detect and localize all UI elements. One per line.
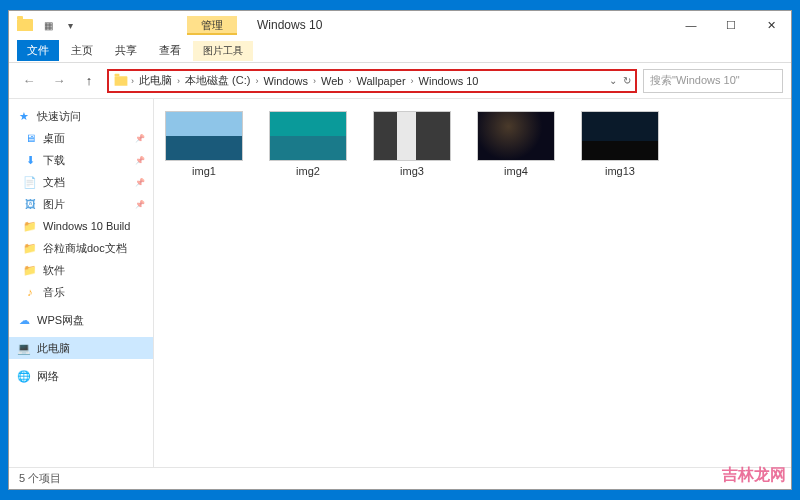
tab-home[interactable]: 主页 xyxy=(61,40,103,61)
chevron-right-icon[interactable]: › xyxy=(346,76,353,86)
item-count: 5 个项目 xyxy=(19,471,61,486)
download-icon: ⬇ xyxy=(23,153,37,167)
file-name: img4 xyxy=(504,165,528,177)
chevron-right-icon[interactable]: › xyxy=(409,76,416,86)
qat-properties-icon[interactable]: ▦ xyxy=(39,16,57,34)
sidebar-item-documents[interactable]: 📄文档 xyxy=(9,171,153,193)
address-dropdown-icon[interactable]: ⌄ xyxy=(609,75,617,86)
chevron-right-icon[interactable]: › xyxy=(253,76,260,86)
sidebar-item-label: 桌面 xyxy=(43,131,65,146)
thumbnail xyxy=(165,111,243,161)
breadcrumb-item[interactable]: 此电脑 xyxy=(136,73,175,88)
file-name: img3 xyxy=(400,165,424,177)
minimize-button[interactable]: — xyxy=(671,11,711,39)
sidebar-item-downloads[interactable]: ⬇下载 xyxy=(9,149,153,171)
sidebar-item-desktop[interactable]: 🖥桌面 xyxy=(9,127,153,149)
folder-icon xyxy=(115,76,128,86)
tab-picture-tools[interactable]: 图片工具 xyxy=(193,41,253,61)
picture-icon: 🖼 xyxy=(23,197,37,211)
app-icon xyxy=(17,19,33,31)
sidebar-item-label: 谷粒商城doc文档 xyxy=(43,241,127,256)
tab-view[interactable]: 查看 xyxy=(149,40,191,61)
ribbon-tabs: 文件 主页 共享 查看 图片工具 xyxy=(9,39,791,63)
titlebar: ▦ ▾ 管理 Windows 10 — ☐ ✕ xyxy=(9,11,791,39)
explorer-window: ▦ ▾ 管理 Windows 10 — ☐ ✕ 文件 主页 共享 查看 图片工具… xyxy=(8,10,792,490)
star-icon: ★ xyxy=(17,109,31,123)
sidebar-item-label: 下载 xyxy=(43,153,65,168)
maximize-button[interactable]: ☐ xyxy=(711,11,751,39)
file-item[interactable]: img1 xyxy=(164,111,244,177)
desktop-icon: 🖥 xyxy=(23,131,37,145)
tab-file[interactable]: 文件 xyxy=(17,40,59,61)
folder-icon: 📁 xyxy=(23,219,37,233)
breadcrumb-item[interactable]: Windows 10 xyxy=(416,75,482,87)
music-icon: ♪ xyxy=(23,285,37,299)
status-bar: 5 个项目 xyxy=(9,467,791,489)
folder-icon: 📁 xyxy=(23,263,37,277)
breadcrumb-item[interactable]: 本地磁盘 (C:) xyxy=(182,73,253,88)
chevron-right-icon[interactable]: › xyxy=(175,76,182,86)
pc-icon: 💻 xyxy=(17,341,31,355)
sidebar-item-folder[interactable]: 📁软件 xyxy=(9,259,153,281)
sidebar-item-wps[interactable]: ☁WPS网盘 xyxy=(9,309,153,331)
address-row: ← → ↑ › 此电脑 › 本地磁盘 (C:) › Windows › Web … xyxy=(9,63,791,99)
window-controls: — ☐ ✕ xyxy=(671,11,791,39)
contextual-tab-manage[interactable]: 管理 xyxy=(187,16,237,35)
chevron-right-icon[interactable]: › xyxy=(129,76,136,86)
body-area: ★快速访问 🖥桌面 ⬇下载 📄文档 🖼图片 📁Windows 10 Build … xyxy=(9,99,791,467)
file-item[interactable]: img3 xyxy=(372,111,452,177)
sidebar-item-label: Windows 10 Build xyxy=(43,220,130,232)
breadcrumb-item[interactable]: Windows xyxy=(260,75,311,87)
navigation-pane: ★快速访问 🖥桌面 ⬇下载 📄文档 🖼图片 📁Windows 10 Build … xyxy=(9,99,154,467)
close-button[interactable]: ✕ xyxy=(751,11,791,39)
sidebar-item-this-pc[interactable]: 💻此电脑 xyxy=(9,337,153,359)
sidebar-item-label: 网络 xyxy=(37,369,59,384)
sidebar-item-folder[interactable]: 📁谷粒商城doc文档 xyxy=(9,237,153,259)
sidebar-item-pictures[interactable]: 🖼图片 xyxy=(9,193,153,215)
tab-share[interactable]: 共享 xyxy=(105,40,147,61)
sidebar-item-quick-access[interactable]: ★快速访问 xyxy=(9,105,153,127)
sidebar-item-label: 快速访问 xyxy=(37,109,81,124)
sidebar-item-label: 此电脑 xyxy=(37,341,70,356)
chevron-right-icon[interactable]: › xyxy=(311,76,318,86)
sidebar-item-label: 图片 xyxy=(43,197,65,212)
back-button[interactable]: ← xyxy=(17,69,41,93)
breadcrumb-item[interactable]: Web xyxy=(318,75,346,87)
file-name: img1 xyxy=(192,165,216,177)
sidebar-item-label: WPS网盘 xyxy=(37,313,84,328)
refresh-icon[interactable]: ↻ xyxy=(623,75,631,86)
folder-icon: 📁 xyxy=(23,241,37,255)
sidebar-item-label: 软件 xyxy=(43,263,65,278)
thumbnail xyxy=(581,111,659,161)
file-name: img2 xyxy=(296,165,320,177)
thumbnail xyxy=(477,111,555,161)
up-button[interactable]: ↑ xyxy=(77,69,101,93)
sidebar-item-folder[interactable]: 📁Windows 10 Build xyxy=(9,215,153,237)
thumbnail xyxy=(269,111,347,161)
network-icon: 🌐 xyxy=(17,369,31,383)
thumbnail xyxy=(373,111,451,161)
forward-button[interactable]: → xyxy=(47,69,71,93)
cloud-icon: ☁ xyxy=(17,313,31,327)
file-item[interactable]: img13 xyxy=(580,111,660,177)
document-icon: 📄 xyxy=(23,175,37,189)
file-list[interactable]: img1 img2 img3 img4 img13 xyxy=(154,99,791,467)
sidebar-item-network[interactable]: 🌐网络 xyxy=(9,365,153,387)
window-title: Windows 10 xyxy=(257,18,322,32)
file-item[interactable]: img4 xyxy=(476,111,556,177)
address-bar[interactable]: › 此电脑 › 本地磁盘 (C:) › Windows › Web › Wall… xyxy=(107,69,637,93)
qat-newfolder-icon[interactable]: ▾ xyxy=(61,16,79,34)
quick-access-toolbar: ▦ ▾ xyxy=(9,16,87,34)
breadcrumb-item[interactable]: Wallpaper xyxy=(353,75,408,87)
sidebar-item-label: 音乐 xyxy=(43,285,65,300)
sidebar-item-label: 文档 xyxy=(43,175,65,190)
file-item[interactable]: img2 xyxy=(268,111,348,177)
file-name: img13 xyxy=(605,165,635,177)
sidebar-item-music[interactable]: ♪音乐 xyxy=(9,281,153,303)
search-input[interactable]: 搜索"Windows 10" xyxy=(643,69,783,93)
